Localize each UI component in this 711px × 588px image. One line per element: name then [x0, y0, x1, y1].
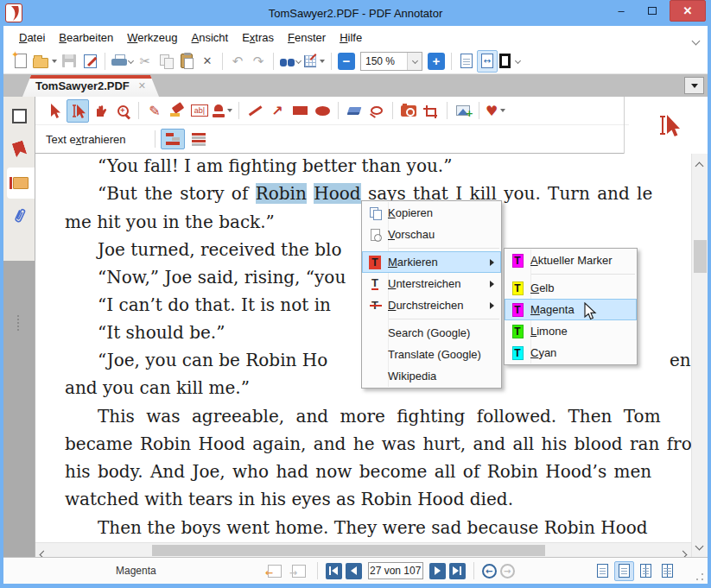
menu-ansicht[interactable]: Ansicht — [185, 28, 236, 47]
stamp-tool-button[interactable] — [211, 99, 234, 123]
ellipse-tool-button[interactable] — [311, 99, 333, 123]
zoom-out-button[interactable]: − — [336, 50, 357, 73]
submenu-limone[interactable]: T Limone — [505, 320, 637, 342]
context-menu-search-google[interactable]: Search (Google) — [362, 322, 501, 344]
next-page-button[interactable] — [429, 563, 446, 579]
menu-fenster[interactable]: Fenster — [281, 28, 333, 47]
crop-tool-button[interactable] — [420, 99, 442, 123]
lasso-tool-button[interactable] — [365, 99, 388, 123]
delete-button[interactable]: ✕ — [197, 50, 218, 73]
tab-list-dropdown-button[interactable] — [684, 77, 704, 94]
context-menu-wikipedia[interactable]: Wikipedia — [362, 365, 501, 387]
menu-werkzeug[interactable]: Werkzeug — [120, 28, 184, 47]
menu-bearbeiten[interactable]: Bearbeiten — [52, 28, 120, 47]
selected-text[interactable]: Robin — [256, 183, 307, 204]
window-resize-grip[interactable] — [695, 572, 704, 581]
print-button[interactable] — [110, 50, 135, 73]
document-line: This was agreeable, and more fighting fo… — [65, 406, 691, 427]
facing-continuous-layout-button[interactable] — [657, 561, 677, 581]
sidebar-bookmarks-tab[interactable] — [6, 135, 33, 162]
context-menu-translate-google[interactable]: Translate (Google) — [362, 344, 501, 365]
context-menu-markieren[interactable]: T Markieren — [362, 251, 501, 273]
save-as-button[interactable] — [79, 50, 100, 73]
submenu-cyan[interactable]: T Cyan — [505, 342, 637, 364]
zoom-in-button[interactable]: + — [426, 50, 447, 73]
open-file-button[interactable] — [31, 50, 59, 73]
sidebar-resize-handle[interactable] — [17, 315, 19, 331]
favorites-button[interactable]: ♥ — [484, 99, 507, 123]
menu-datei[interactable]: Datei — [12, 28, 52, 47]
last-page-button[interactable] — [449, 563, 466, 579]
undo-button[interactable]: ↶ — [227, 50, 248, 73]
close-button[interactable]: ✕ — [670, 0, 706, 22]
line-icon — [248, 105, 261, 116]
tab-tomsawyer2[interactable]: TomSawyer2.PDF ✕ — [22, 75, 159, 97]
submenu-magenta[interactable]: T Magenta — [505, 299, 637, 320]
page-number-input[interactable]: 27 von 107 — [368, 562, 423, 579]
zoom-tool-button[interactable]: + — [111, 99, 134, 123]
paste-button[interactable] — [176, 50, 197, 73]
maximize-button[interactable] — [638, 0, 666, 21]
context-menu-unterstreichen[interactable]: T Unterstreichen — [362, 273, 501, 294]
redo-button[interactable]: ↷ — [248, 50, 269, 73]
insert-image-button[interactable]: + — [452, 99, 474, 123]
highlighter-tool-button[interactable] — [166, 99, 188, 123]
cut-button[interactable]: ✂ — [135, 50, 156, 73]
context-menu-durchstreichen[interactable]: T Durchstreichen — [362, 294, 501, 316]
extract-mode-block-button[interactable] — [187, 129, 211, 149]
submenu-gelb[interactable]: T Gelb — [505, 277, 637, 299]
eraser-tool-button[interactable] — [343, 99, 365, 123]
extract-mode-flow-button[interactable] — [161, 129, 185, 149]
line-text: “But the story of — [98, 183, 256, 204]
thumbnails-icon — [12, 109, 27, 123]
zoom-level-combobox[interactable]: 150 % — [360, 52, 422, 71]
previous-page-button[interactable] — [346, 563, 362, 579]
sidebar-attachments-tab[interactable] — [6, 202, 33, 230]
arrow-tool-button[interactable]: ↗ — [266, 99, 289, 123]
zoom-dropdown-icon[interactable] — [407, 53, 422, 70]
vertical-scrollbar-thumb[interactable] — [694, 240, 707, 273]
menu-hilfe[interactable]: Hilfe — [333, 28, 369, 47]
pan-tool-button[interactable] — [89, 99, 111, 123]
continuous-layout-button[interactable] — [614, 561, 634, 581]
menu-extras[interactable]: Extras — [235, 28, 281, 47]
submenu-aktueller-marker[interactable]: T Aktueller Marker — [505, 250, 637, 271]
first-page-button[interactable] — [326, 563, 342, 579]
horizontal-scrollbar-thumb[interactable] — [152, 545, 545, 556]
sidebar-thumbnails-tab[interactable] — [6, 102, 33, 130]
selected-text[interactable]: Hood — [314, 183, 360, 204]
find-button[interactable] — [278, 50, 302, 73]
save-button[interactable] — [59, 50, 79, 73]
copy-button[interactable] — [156, 50, 176, 73]
text-select-tool-button[interactable] — [67, 99, 89, 123]
history-forward-button[interactable]: → — [500, 564, 515, 579]
context-menu-kopieren[interactable]: Kopieren — [362, 202, 501, 224]
scroll-up-icon[interactable] — [696, 159, 702, 172]
tab-close-icon[interactable]: ✕ — [138, 80, 146, 92]
snapshot-tool-button[interactable] — [397, 99, 420, 123]
page-view-mode-button[interactable] — [498, 50, 522, 73]
previous-view-button[interactable]: ← — [264, 560, 285, 582]
fit-page-button[interactable] — [456, 50, 477, 73]
history-back-button[interactable]: ← — [482, 564, 497, 579]
document-line: “You fall! I am fighting better than you… — [65, 155, 691, 176]
facing-pages-layout-button[interactable] — [636, 561, 656, 581]
vertical-scrollbar[interactable] — [691, 154, 708, 557]
sidebar-annotations-tab[interactable] — [7, 168, 35, 199]
menubar-overflow-chevron-icon[interactable] — [693, 34, 699, 47]
pen-tool-button[interactable]: ✎ — [143, 99, 166, 123]
snap-grid-button[interactable] — [302, 50, 327, 73]
lasso-icon — [371, 106, 383, 115]
single-page-layout-button[interactable] — [593, 561, 613, 581]
scroll-down-icon[interactable] — [696, 539, 702, 552]
line-tool-button[interactable] — [244, 99, 266, 123]
minimize-button[interactable]: – — [607, 0, 635, 21]
rectangle-tool-button[interactable] — [289, 99, 311, 123]
context-menu-vorschau[interactable]: Vorschau — [362, 224, 501, 245]
select-tool-button[interactable] — [44, 99, 67, 123]
new-document-button[interactable]: ✦ — [10, 50, 31, 73]
next-view-button[interactable]: → — [289, 560, 309, 582]
text-box-tool-button[interactable]: ab| — [188, 99, 211, 123]
fit-width-button[interactable]: ↔ — [477, 50, 498, 73]
horizontal-scrollbar[interactable] — [35, 542, 691, 557]
